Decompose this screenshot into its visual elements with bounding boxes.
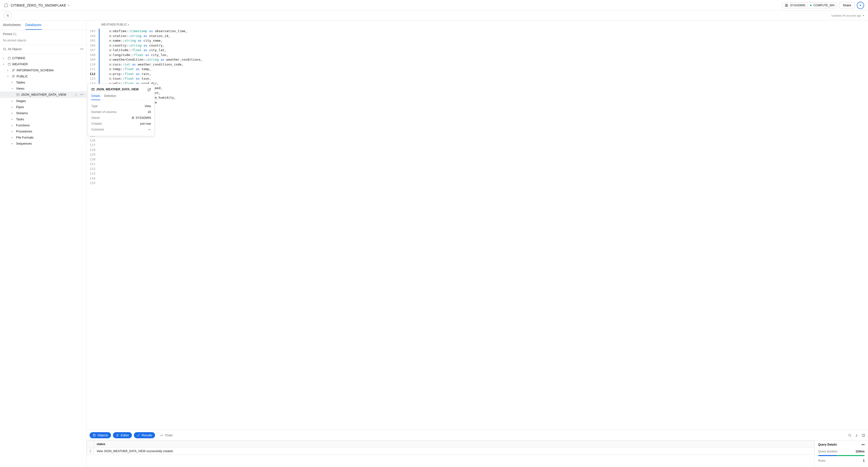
sidebar: Worksheets Databases Pinned (0) No pinne… bbox=[0, 21, 87, 467]
svg-rect-14 bbox=[12, 77, 13, 77]
tree-group-functions[interactable]: ▸Functions bbox=[0, 122, 86, 128]
schema-icon bbox=[12, 75, 16, 78]
run-button[interactable] bbox=[857, 2, 864, 9]
tree-group-stages[interactable]: ▸Stages bbox=[0, 98, 86, 104]
svg-rect-10 bbox=[12, 69, 13, 70]
svg-rect-15 bbox=[14, 75, 15, 76]
results-body: status 1 View JSON_WEATHER_DATA_VIEW suc… bbox=[87, 440, 868, 467]
sidebar-tabs: Worksheets Databases bbox=[0, 21, 86, 30]
object-popover: JSON_WEATHER_DATA_VIEW Details Definitio… bbox=[88, 84, 155, 136]
tree-label: PUBLIC bbox=[17, 74, 28, 78]
tree-group-file-formats[interactable]: ▸File Formats bbox=[0, 134, 86, 141]
code-editor[interactable]: 103 v:obsTime::timestamp as observation_… bbox=[87, 29, 868, 430]
tree-label: File Formats bbox=[16, 136, 34, 139]
tree-group-tasks[interactable]: ▸Tasks bbox=[0, 116, 86, 122]
sub-bar: Updated 34 seconds ago bbox=[0, 11, 868, 21]
tree-db-weather[interactable]: ▾ WEATHER bbox=[0, 61, 86, 67]
svg-rect-28 bbox=[862, 434, 865, 437]
tree-schema-public[interactable]: ▾ PUBLIC bbox=[0, 73, 86, 80]
role-label: SYSADMIN bbox=[790, 4, 805, 7]
tree-label: WEATHER bbox=[12, 62, 28, 66]
top-bar-left: CITIBIKE_ZERO_TO_SNOWFLAKE bbox=[4, 3, 69, 8]
context-label: WEATHER.PUBLIC bbox=[101, 23, 129, 26]
all-objects-search[interactable]: All Objects bbox=[3, 48, 22, 51]
download-icon[interactable] bbox=[855, 433, 858, 437]
pinned-label: Pinned bbox=[3, 32, 12, 36]
tree-group-procedures[interactable]: ▸Procedures bbox=[0, 128, 86, 134]
popover-row-type: TypeView bbox=[91, 103, 151, 109]
svg-point-8 bbox=[8, 57, 10, 58]
share-button[interactable]: Share bbox=[839, 2, 855, 8]
sliders-icon bbox=[6, 14, 9, 17]
tree-label: Views bbox=[16, 87, 24, 90]
popover-row-created: Createdjust now bbox=[91, 121, 151, 127]
home-icon[interactable] bbox=[4, 3, 8, 8]
tree-label: CITIBIKE bbox=[12, 56, 25, 60]
tree-group-sequences[interactable]: ▸Sequences bbox=[0, 141, 86, 147]
settings-button[interactable] bbox=[4, 12, 12, 19]
role-warehouse-selector[interactable]: SYSADMIN | COMPUTE_WH bbox=[782, 2, 837, 8]
pill-label: Chart bbox=[165, 433, 173, 437]
updated-label[interactable]: Updated 34 seconds ago bbox=[832, 14, 864, 17]
tree-label: INFORMATION_SCHEMA bbox=[17, 68, 54, 72]
editor-area: WEATHER.PUBLIC 103 v:obsTime::timestamp … bbox=[87, 21, 868, 467]
context-selector[interactable]: WEATHER.PUBLIC bbox=[87, 21, 868, 29]
svg-line-20 bbox=[149, 88, 150, 90]
warehouse-label: COMPUTE_WH bbox=[813, 4, 835, 7]
results-table: status 1 View JSON_WEATHER_DATA_VIEW suc… bbox=[87, 440, 814, 455]
schema-icon bbox=[12, 69, 16, 72]
query-details-title: Query Details bbox=[818, 443, 837, 446]
popover-row-owner: OwnerSYSADMIN bbox=[91, 115, 151, 121]
object-tree: ▸ CITIBIKE ▾ WEATHER ▸ INFORMATION_SCHEM… bbox=[0, 54, 86, 467]
svg-point-4 bbox=[7, 15, 7, 15]
query-duration-bar bbox=[818, 455, 865, 456]
svg-rect-13 bbox=[12, 75, 13, 76]
svg-point-21 bbox=[132, 117, 134, 118]
pill-editor[interactable]: Editor bbox=[113, 432, 132, 438]
tree-group-views[interactable]: ▾Views bbox=[0, 86, 86, 92]
svg-rect-18 bbox=[92, 88, 94, 90]
results-search-icon[interactable] bbox=[848, 433, 851, 437]
pinned-section: Pinned (0) No pinned objects bbox=[0, 30, 86, 45]
results-header-status[interactable]: status bbox=[94, 441, 814, 448]
pill-chart[interactable]: Chart bbox=[157, 432, 176, 438]
top-bar-right: SYSADMIN | COMPUTE_WH Share bbox=[782, 2, 864, 9]
warehouse-status-icon bbox=[810, 5, 811, 6]
svg-point-6 bbox=[3, 48, 5, 50]
tree-group-streams[interactable]: ▸Streams bbox=[0, 110, 86, 116]
tree-label: Pipes bbox=[16, 105, 24, 109]
popover-tab-details[interactable]: Details bbox=[91, 94, 100, 100]
tree-label: Stages bbox=[16, 99, 26, 103]
no-pinned-label: No pinned objects bbox=[3, 39, 84, 42]
tree-schema-information[interactable]: ▸ INFORMATION_SCHEMA bbox=[0, 67, 86, 73]
tab-worksheets[interactable]: Worksheets bbox=[3, 23, 21, 30]
tab-databases[interactable]: Databases bbox=[25, 23, 42, 30]
pill-label: Objects bbox=[97, 433, 108, 437]
panel-icon[interactable] bbox=[862, 433, 865, 437]
results-bar: Objects Editor Results Chart bbox=[87, 430, 868, 440]
tree-label: Sequences bbox=[16, 142, 32, 145]
svg-point-1 bbox=[786, 5, 787, 5]
item-more-icon[interactable]: ••• bbox=[80, 93, 84, 96]
pill-objects[interactable]: Objects bbox=[90, 432, 111, 438]
role-icon bbox=[785, 4, 788, 7]
open-external-icon[interactable] bbox=[148, 87, 151, 91]
popover-tab-definition[interactable]: Definition bbox=[104, 94, 116, 100]
popover-title-text: JSON_WEATHER_DATA_VIEW bbox=[96, 88, 139, 91]
tree-group-tables[interactable]: ▸Tables bbox=[0, 80, 86, 86]
editor-icon bbox=[116, 434, 119, 437]
tree-db-citibike[interactable]: ▸ CITIBIKE bbox=[0, 55, 86, 61]
tree-group-pipes[interactable]: ▸Pipes bbox=[0, 104, 86, 110]
worksheet-title[interactable]: CITIBIKE_ZERO_TO_SNOWFLAKE bbox=[11, 3, 69, 7]
results-row[interactable]: 1 View JSON_WEATHER_DATA_VIEW successful… bbox=[87, 448, 814, 455]
view-icon bbox=[91, 88, 95, 91]
pill-results[interactable]: Results bbox=[134, 432, 155, 438]
svg-point-5 bbox=[8, 16, 8, 16]
tree-label: Tables bbox=[16, 81, 25, 84]
pin-icon[interactable] bbox=[74, 93, 78, 97]
all-objects-more-icon[interactable]: ••• bbox=[80, 47, 84, 51]
top-bar: CITIBIKE_ZERO_TO_SNOWFLAKE SYSADMIN | CO… bbox=[0, 0, 868, 11]
query-details-more-icon[interactable]: ••• bbox=[861, 443, 865, 446]
tree-view-json-weather[interactable]: JSON_WEATHER_DATA_VIEW ••• bbox=[0, 92, 86, 98]
all-objects-label: All Objects bbox=[8, 48, 22, 51]
